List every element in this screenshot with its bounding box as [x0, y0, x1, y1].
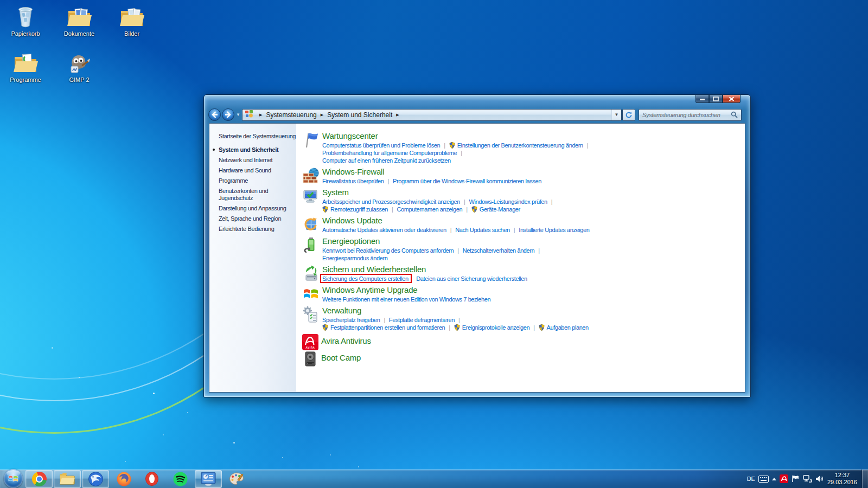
taskbar-firefox-button[interactable] [110, 470, 137, 488]
section-title[interactable]: Wartungscenter [322, 131, 592, 140]
desktop-icon-bilder[interactable]: Bilder [107, 4, 157, 37]
sidebar-item-startseite-der-systemsteuerung[interactable]: Startseite der Systemsteuerung [219, 133, 296, 140]
uac-shield-icon [454, 324, 460, 332]
language-indicator[interactable]: DE [747, 476, 755, 482]
task-link-nach-updates-suchen[interactable]: Nach Updates suchen [455, 227, 510, 233]
task-link-problembehandlung-für-allgemeine-compute[interactable]: Problembehandlung für allgemeine Compute… [322, 150, 457, 156]
task-link-remotezugriff-zulassen[interactable]: Remotezugriff zulassen [322, 206, 388, 213]
sidebar-item-erleichterte-bedienung[interactable]: Erleichterte Bedienung [219, 226, 296, 233]
paint-icon [229, 472, 244, 486]
section-links-row: Kennwort bei Reaktivierung des Computers… [322, 247, 544, 254]
task-link-installierte-updates-anzeigen[interactable]: Installierte Updates anzeigen [519, 227, 589, 233]
folder-documents-icon [54, 4, 104, 28]
taskbar-spotify-button[interactable] [167, 470, 194, 488]
clock[interactable]: 12:37 29.03.2016 [827, 472, 857, 486]
section-links-row: Problembehandlung für allgemeine Compute… [322, 149, 592, 157]
breadcrumb-system-und-sicherheit[interactable]: System und Sicherheit [327, 111, 392, 119]
sidebar-item-hardware-und-sound[interactable]: Hardware und Sound [219, 167, 296, 174]
taskbar-explorer-button[interactable] [54, 470, 81, 488]
desktop-icon-label: GIMP 2 [54, 76, 104, 83]
desktop-icon-dokumente[interactable]: Dokumente [54, 4, 104, 37]
section-links-row: Remotezugriff zulassen|Computernamen anz… [322, 206, 556, 213]
task-link-festplattenpartitionen-erstellen-und-for[interactable]: Festplattenpartitionen erstellen und for… [322, 324, 445, 331]
svg-text:AVIRA: AVIRA [306, 346, 315, 349]
task-link-sicherung-des-computers-erstellen[interactable]: Sicherung des Computers erstellen [322, 275, 409, 282]
task-link-einstellungen-der-benutzerkontensteuerun[interactable]: Einstellungen der Benutzerkontensteuerun… [449, 142, 583, 149]
task-link-arbeitsspeicher-und-prozessorgeschwindig[interactable]: Arbeitsspeicher und Prozessorgeschwindig… [322, 198, 460, 205]
recent-pages-dropdown[interactable]: ▼ [235, 112, 241, 117]
back-button[interactable] [208, 108, 221, 121]
section-title[interactable]: Verwaltung [322, 306, 589, 315]
address-bar[interactable]: ▶ Systemsteuerung ▶ System und Sicherhei… [242, 109, 622, 121]
folder-programs-icon [1, 50, 50, 74]
sidebar-item-netzwerk-und-internet[interactable]: Netzwerk und Internet [219, 157, 296, 164]
search-box[interactable]: Systemsteuerung durchsuchen [639, 109, 742, 121]
keyboard-icon[interactable] [758, 476, 769, 483]
task-link-geräte-manager[interactable]: Geräte-Manager [471, 206, 520, 213]
explorer-icon [60, 472, 75, 485]
section-title[interactable]: System [322, 188, 556, 197]
section-title[interactable]: Windows Anytime Upgrade [322, 285, 490, 294]
task-link-firewallstatus-überprüfen[interactable]: Firewallstatus überprüfen [322, 178, 384, 184]
link-separator: | [547, 198, 556, 205]
breadcrumb-systemsteuerung[interactable]: Systemsteuerung [266, 111, 316, 119]
desktop-icon-label: Dokumente [54, 30, 104, 37]
task-link-computerstatus-überprüfen-und-probleme-l[interactable]: Computerstatus überprüfen und Probleme l… [322, 142, 440, 149]
section-links-row: Automatische Updates aktivieren oder dea… [322, 226, 590, 234]
task-link-weitere-funktionen-mit-einer-neuen-editi[interactable]: Weitere Funktionen mit einer neuen Editi… [322, 296, 490, 303]
task-link-programm-über-die-windows-firewall-kommu[interactable]: Programm über die Windows-Firewall kommu… [393, 178, 541, 184]
sidebar-item-programme[interactable]: Programme [219, 177, 296, 184]
start-button[interactable] [4, 469, 23, 488]
maximize-button[interactable] [709, 95, 723, 103]
sidebar-item-zeit-sprache-und-region[interactable]: Zeit, Sprache und Region [219, 215, 296, 222]
task-link-aufgaben-planen[interactable]: Aufgaben planen [539, 324, 589, 331]
task-link-kennwort-bei-reaktivierung-des-computers[interactable]: Kennwort bei Reaktivierung des Computers… [322, 247, 454, 254]
taskbar-chrome-button[interactable] [25, 470, 53, 488]
avira-tray-icon[interactable] [780, 474, 788, 483]
section-title[interactable]: Energieoptionen [322, 236, 544, 246]
address-dropdown-arrow[interactable]: ▼ [611, 110, 621, 120]
volume-icon[interactable] [815, 475, 823, 483]
task-link-windows-leistungsindex-prüfen[interactable]: Windows-Leistungsindex prüfen [469, 198, 547, 205]
show-desktop-button[interactable] [861, 470, 868, 488]
window-titlebar[interactable] [204, 95, 750, 106]
sidebar-item-darstellung-und-anpassung[interactable]: Darstellung und Anpassung [219, 205, 296, 212]
section-title[interactable]: Windows Update [322, 216, 590, 225]
taskbar-thunderbird-button[interactable] [82, 470, 109, 488]
action-center-flag-icon[interactable] [792, 475, 800, 483]
desktop-icon-programme[interactable]: Programme [1, 50, 50, 83]
section-title[interactable]: Windows-Firewall [322, 167, 541, 176]
task-link-ereignisprotokolle-anzeigen[interactable]: Ereignisprotokolle anzeigen [454, 324, 529, 331]
task-link-energiesparmodus-ändern[interactable]: Energiesparmodus ändern [322, 255, 387, 261]
task-link-automatische-updates-aktivieren-oder-dea[interactable]: Automatische Updates aktivieren oder dea… [322, 227, 446, 233]
forward-button[interactable] [222, 108, 234, 121]
task-link-computernamen-anzeigen[interactable]: Computernamen anzeigen [397, 206, 462, 213]
desktop-icon-gimp-2[interactable]: GIMP 2 [54, 50, 104, 83]
link-separator: | [380, 317, 388, 323]
system-icon [302, 188, 320, 205]
task-link-netzschalterverhalten-ändern[interactable]: Netzschalterverhalten ändern [463, 247, 535, 254]
desktop-icon-papierkorb[interactable]: Papierkorb [1, 4, 50, 37]
section-title[interactable]: Avira Antivirus [321, 334, 371, 345]
link-separator: | [388, 206, 397, 213]
section-title[interactable]: Boot Camp [321, 351, 361, 362]
close-button[interactable] [723, 95, 741, 103]
link-separator: | [460, 198, 469, 205]
taskbar-opera-button[interactable] [138, 470, 165, 488]
task-link-festplatte-defragmentieren[interactable]: Festplatte defragmentieren [389, 317, 455, 323]
task-link-computer-auf-einen-früheren-zeitpunkt-zu[interactable]: Computer auf einen früheren Zeitpunkt zu… [322, 157, 451, 164]
minimize-button[interactable] [695, 95, 709, 103]
section-system: SystemArbeitsspeicher und Prozessorgesch… [302, 188, 745, 213]
show-hidden-icons-chevron[interactable] [772, 478, 776, 480]
task-link-speicherplatz-freigeben[interactable]: Speicherplatz freigeben [322, 317, 380, 323]
network-icon[interactable] [803, 475, 812, 483]
uac-shield-icon [322, 206, 328, 214]
refresh-button[interactable] [622, 109, 635, 121]
taskbar-paint-button[interactable] [223, 470, 250, 488]
section-title[interactable]: Sichern und Wiederherstellen [322, 265, 527, 274]
sidebar-item-benutzerkonten-und-jugendschutz[interactable]: Benutzerkonten und Jugendschutz [219, 188, 296, 202]
task-link-dateien-aus-einer-sicherung-wiederherste[interactable]: Dateien aus einer Sicherung wiederherste… [416, 275, 527, 282]
taskbar-control-panel-button[interactable] [195, 470, 222, 488]
sidebar-item-system-und-sicherheit[interactable]: System und Sicherheit [219, 146, 296, 153]
anytime-upgrade-icon [302, 285, 320, 303]
